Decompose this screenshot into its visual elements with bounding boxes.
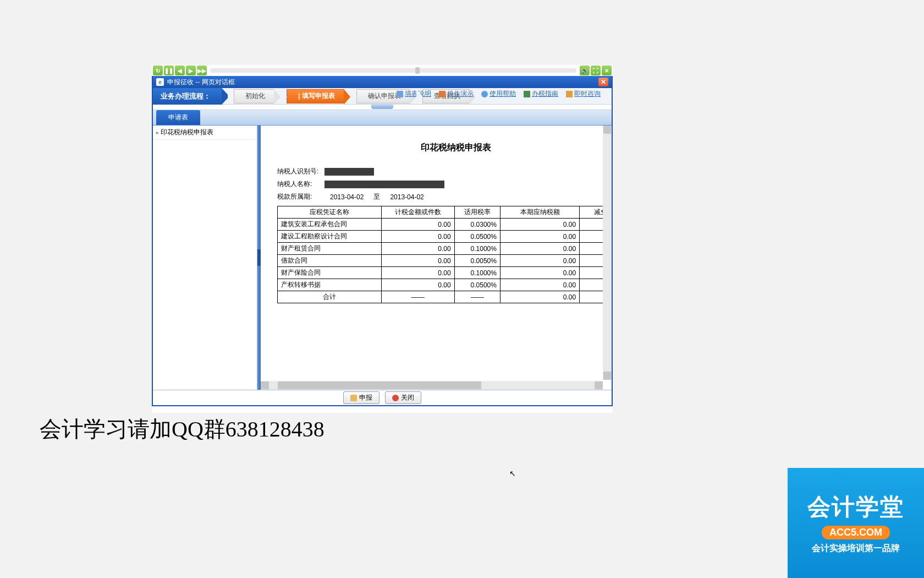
submit-button[interactable]: 申报 bbox=[343, 391, 380, 404]
scroll-right-arrow[interactable] bbox=[595, 381, 603, 389]
col-amount: 计税金额或件数 bbox=[381, 206, 454, 219]
cell-amount[interactable]: 0.00 bbox=[381, 243, 454, 255]
chat-icon bbox=[566, 91, 573, 97]
taxpayer-name-value bbox=[324, 181, 444, 188]
tab-application-form[interactable]: 申请表 bbox=[156, 110, 200, 125]
cell-name: 财产保险合同 bbox=[278, 267, 382, 279]
scroll-h-thumb[interactable] bbox=[278, 381, 481, 389]
toolbar-area: 业务办理流程： 初始化 | 填写申报表 确认申报表 查看回执 填表说明 操作演示… bbox=[153, 88, 612, 405]
table-row: 建设工程勘察设计合同0.000.0500%0.00 bbox=[278, 231, 612, 243]
form-body: 印花税纳税申报表 纳税人识别号: 纳税人名称: 税款所属期: 2013-04-0… bbox=[261, 126, 612, 314]
total-label: 合计 bbox=[278, 291, 382, 303]
watermark-logo: 会计学堂 ACC5.COM 会计实操培训第一品牌 bbox=[788, 468, 924, 578]
cell-amount[interactable]: 0.00 bbox=[381, 279, 454, 291]
next-button[interactable]: ▶▶ bbox=[197, 66, 207, 75]
link-help[interactable]: 使用帮助 bbox=[481, 89, 516, 99]
scroll-down-arrow[interactable] bbox=[603, 372, 611, 380]
book-icon bbox=[524, 91, 530, 97]
cell-tax: 0.00 bbox=[500, 267, 579, 279]
table-row: 借款合同0.000.0050%0.00 bbox=[278, 255, 612, 267]
cell-rate: 0.0300% bbox=[454, 219, 500, 231]
cell-amount[interactable]: 0.00 bbox=[381, 219, 454, 231]
close-btn-icon bbox=[392, 395, 399, 401]
cell-amount[interactable]: 0.00 bbox=[381, 255, 454, 267]
total-tax: 0.00 bbox=[500, 291, 579, 303]
col-tax: 本期应纳税额 bbox=[500, 206, 579, 219]
grip-icon bbox=[371, 105, 393, 109]
scroll-vertical[interactable] bbox=[603, 126, 612, 380]
top-links: 填表说明 操作演示 使用帮助 办税指南 即时咨询 bbox=[397, 89, 601, 99]
period-to: 2013-04-02 bbox=[390, 193, 424, 201]
col-rate: 适用税率 bbox=[454, 206, 500, 219]
taxpayer-name-label: 纳税人名称: bbox=[277, 179, 324, 189]
cell-name: 产权转移书据 bbox=[278, 279, 382, 291]
form-list-sidebar: 印花税纳税申报表 bbox=[153, 126, 257, 390]
col-voucher-name: 应税凭证名称 bbox=[278, 206, 382, 219]
cell-name: 财产租赁合同 bbox=[278, 243, 382, 255]
form-title: 印花税纳税申报表 bbox=[277, 142, 612, 154]
scroll-up-arrow[interactable] bbox=[603, 126, 611, 134]
cell-name: 建筑安装工程承包合同 bbox=[278, 219, 382, 231]
doc-icon bbox=[397, 91, 403, 97]
form-panel: 印花税纳税申报表 纳税人识别号: 纳税人名称: 税款所属期: 2013-04-0… bbox=[261, 126, 612, 390]
total-rate: —— bbox=[454, 291, 500, 303]
sidebar-item-stamp-tax[interactable]: 印花税纳税申报表 bbox=[153, 126, 257, 140]
cell-tax: 0.00 bbox=[500, 231, 579, 243]
cell-rate: 0.0500% bbox=[454, 279, 500, 291]
video-player-window: ↻ ❚❚ ◀ ▶ ▶▶ 🔊 ⛶ ✕ e 申报征收 -- 网页对话框 ✕ 业务办理… bbox=[152, 65, 613, 413]
table-header-row: 应税凭证名称 计税金额或件数 适用税率 本期应纳税额 减免税额 bbox=[278, 206, 612, 219]
player-controls: ↻ ❚❚ ◀ ▶ ▶▶ 🔊 ⛶ ✕ bbox=[152, 65, 613, 76]
link-guide[interactable]: 办税指南 bbox=[524, 89, 558, 99]
link-consult[interactable]: 即时咨询 bbox=[566, 89, 601, 99]
total-amount: —— bbox=[381, 291, 454, 303]
table-row: 产权转移书据0.000.0500%0.00 bbox=[278, 279, 612, 291]
taxpayer-id-row: 纳税人识别号: bbox=[277, 167, 612, 176]
ie-icon: e bbox=[156, 78, 164, 86]
table-row: 财产租赁合同0.000.1000%0.00 bbox=[278, 243, 612, 255]
table-row: 财产保险合同0.000.1000%0.00 bbox=[278, 267, 612, 279]
period-from: 2013-04-02 bbox=[330, 193, 364, 201]
taxpayer-id-label: 纳税人识别号: bbox=[277, 167, 324, 176]
volume-button[interactable]: 🔊 bbox=[580, 66, 590, 75]
watermark-text: 会计学习请加QQ群638128438 bbox=[40, 414, 324, 444]
period-label: 税款所属期: bbox=[277, 192, 324, 201]
collapse-handle[interactable] bbox=[153, 105, 612, 110]
watermark-slogan: 会计实操培训第一品牌 bbox=[812, 543, 900, 554]
cell-tax: 0.00 bbox=[500, 219, 579, 231]
watermark-domain: ACC5.COM bbox=[822, 526, 890, 539]
cell-rate: 0.0500% bbox=[454, 231, 500, 243]
content-area: 印花税纳税申报表 印花税纳税申报表 纳税人识别号: 纳税人名称: bbox=[153, 126, 612, 390]
pause-button[interactable]: ❚❚ bbox=[164, 66, 174, 75]
fullscreen-button[interactable]: ⛶ bbox=[591, 66, 601, 75]
scroll-horizontal[interactable] bbox=[261, 381, 603, 390]
taxpayer-name-row: 纳税人名称: bbox=[277, 179, 612, 189]
help-icon bbox=[481, 91, 488, 97]
cell-tax: 0.00 bbox=[500, 255, 579, 267]
link-fill-instructions[interactable]: 填表说明 bbox=[397, 89, 431, 99]
cell-rate: 0.0050% bbox=[454, 255, 500, 267]
flow-step-init[interactable]: 初始化 bbox=[234, 89, 274, 103]
flow-step-fill[interactable]: | 填写申报表 bbox=[287, 89, 344, 103]
refresh-button[interactable]: ↻ bbox=[153, 66, 163, 75]
period-row: 税款所属期: 2013-04-02 至 2013-04-02 bbox=[277, 192, 612, 201]
close-icon[interactable]: ✕ bbox=[598, 78, 608, 86]
play-icon bbox=[439, 91, 446, 97]
taxpayer-id-value bbox=[324, 168, 374, 176]
link-demo[interactable]: 操作演示 bbox=[439, 89, 474, 99]
play-button[interactable]: ▶ bbox=[186, 66, 196, 75]
flow-label: 业务办理流程： bbox=[153, 88, 222, 105]
close-button[interactable]: 关闭 bbox=[385, 391, 421, 404]
progress-thumb[interactable] bbox=[415, 67, 420, 74]
tax-table: 应税凭证名称 计税金额或件数 适用税率 本期应纳税额 减免税额 建筑安装工程承包… bbox=[277, 206, 612, 303]
progress-track[interactable] bbox=[210, 68, 576, 73]
process-flow-bar: 业务办理流程： 初始化 | 填写申报表 确认申报表 查看回执 填表说明 操作演示… bbox=[153, 88, 612, 105]
cell-amount[interactable]: 0.00 bbox=[381, 231, 454, 243]
cursor-icon: ↖ bbox=[509, 469, 516, 478]
table-total-row: 合计 —— —— 0.00 bbox=[278, 291, 612, 303]
scroll-left-arrow[interactable] bbox=[261, 381, 269, 389]
cell-rate: 0.1000% bbox=[454, 267, 500, 279]
cell-amount[interactable]: 0.00 bbox=[381, 267, 454, 279]
exit-button[interactable]: ✕ bbox=[602, 66, 612, 75]
cell-rate: 0.1000% bbox=[454, 243, 500, 255]
prev-button[interactable]: ◀ bbox=[175, 66, 185, 75]
